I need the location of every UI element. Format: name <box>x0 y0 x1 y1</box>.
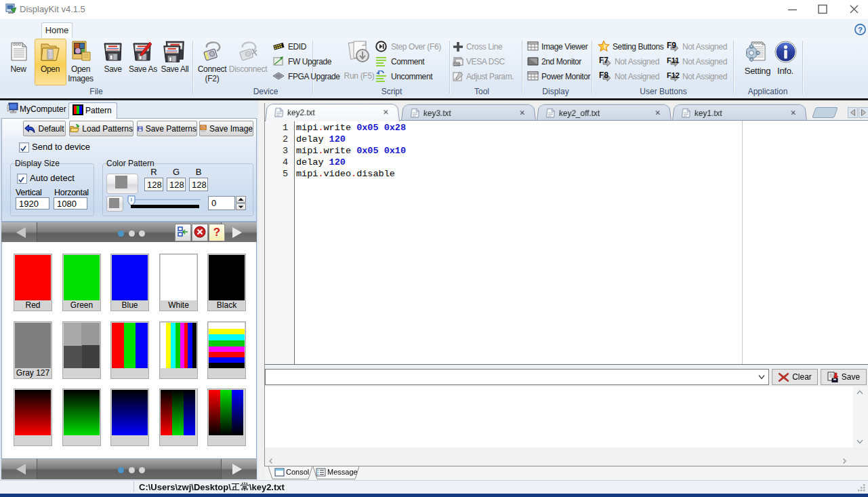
svg-text:F9: F9 <box>667 41 676 50</box>
svg-text:F12: F12 <box>667 71 680 79</box>
svg-text:BMP: BMP <box>201 126 207 129</box>
svg-text:F11: F11 <box>667 56 679 64</box>
svg-text:?: ? <box>858 26 863 34</box>
svg-text:F7: F7 <box>599 56 608 65</box>
svg-text:DSC: DSC <box>454 63 461 66</box>
svg-text:F8: F8 <box>599 71 608 80</box>
